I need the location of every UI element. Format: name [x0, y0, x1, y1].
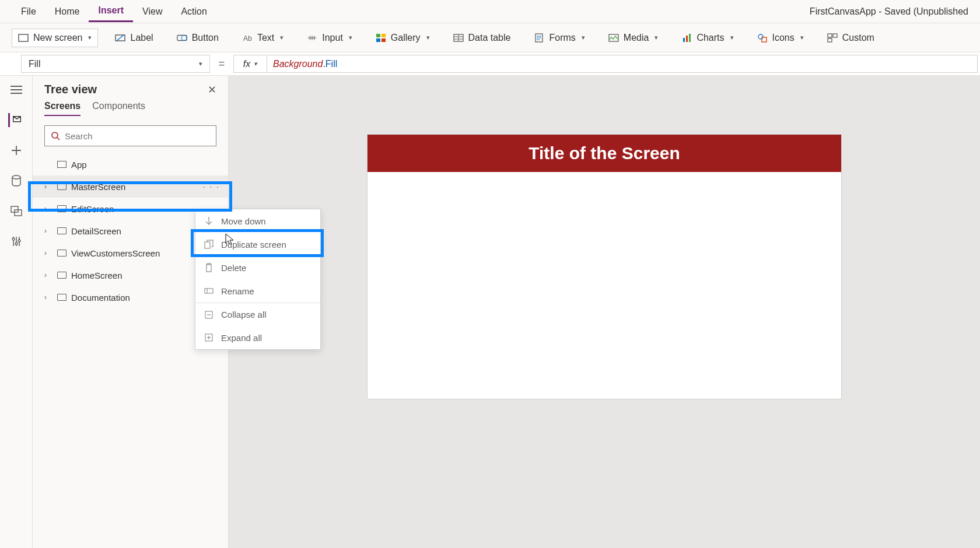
menu-insert[interactable]: Insert [89, 1, 133, 22]
svg-point-15 [758, 34, 763, 39]
menu-action[interactable]: Action [172, 2, 216, 22]
tree-item-app[interactable]: App [33, 153, 228, 175]
gallery-button[interactable]: Gallery ▾ [369, 29, 436, 47]
insert-icon[interactable] [9, 143, 23, 157]
charts-button[interactable]: Charts ▾ [675, 29, 740, 47]
svg-rect-12 [683, 38, 685, 42]
data-table-text: Data table [468, 33, 511, 43]
custom-button[interactable]: Custom [821, 29, 881, 47]
svg-point-20 [12, 175, 20, 179]
tab-screens[interactable]: Screens [44, 101, 80, 116]
app-title: FirstCanvasApp - Saved (Unpublished [810, 6, 968, 17]
svg-rect-5 [376, 34, 380, 37]
ctx-expand-all[interactable]: Expand all [195, 326, 320, 349]
chevron-down-icon: ▾ [254, 60, 257, 68]
menu-file[interactable]: File [12, 2, 46, 22]
screen-icon [57, 272, 66, 279]
forms-text: Forms [549, 33, 575, 43]
ctx-collapse-all[interactable]: Collapse all [195, 303, 320, 326]
ctx-delete[interactable]: Delete [195, 256, 320, 279]
svg-rect-0 [19, 34, 28, 41]
svg-rect-13 [686, 36, 688, 42]
icons-button[interactable]: Icons ▾ [751, 29, 810, 47]
chevron-right-icon[interactable]: › [44, 227, 52, 235]
forms-button[interactable]: Forms ▾ [527, 29, 591, 47]
label-icon [115, 33, 125, 43]
property-selector[interactable]: Fill ▾ [21, 55, 210, 73]
chevron-right-icon[interactable]: › [44, 205, 52, 213]
formula-input[interactable]: Background.Fill [267, 55, 978, 73]
ctx-duplicate-screen[interactable]: Duplicate screen [195, 233, 320, 256]
svg-text:Ab: Ab [243, 34, 252, 42]
svg-rect-19 [828, 38, 832, 42]
input-text: Input [322, 33, 343, 43]
svg-rect-6 [382, 34, 386, 37]
ctx-move-down[interactable]: Move down [195, 209, 320, 233]
chevron-right-icon[interactable]: › [44, 293, 52, 301]
button-button[interactable]: Button [170, 29, 225, 47]
svg-rect-8 [382, 38, 386, 42]
chevron-down-icon: ▾ [730, 34, 734, 41]
chevron-down-icon: ▾ [280, 34, 284, 41]
tab-components[interactable]: Components [92, 101, 145, 116]
more-options-button[interactable]: · · · [203, 182, 220, 191]
svg-point-25 [18, 240, 20, 242]
chevron-right-icon[interactable]: › [44, 271, 52, 279]
expand-icon [204, 332, 214, 343]
svg-rect-28 [205, 289, 213, 293]
forms-icon [534, 33, 544, 43]
media-button[interactable]: Media ▾ [602, 29, 665, 47]
data-icon[interactable] [9, 174, 23, 188]
fx-button[interactable]: fx ▾ [233, 55, 267, 73]
button-text: Button [192, 33, 219, 43]
close-icon[interactable]: ✕ [208, 83, 216, 96]
charts-text: Charts [696, 33, 724, 43]
input-icon [307, 33, 317, 43]
media-text: Media [624, 33, 649, 43]
canvas-screen[interactable]: Title of the Screen [367, 134, 842, 399]
chevron-down-icon: ▾ [582, 34, 585, 41]
tree-view-icon[interactable] [8, 113, 22, 127]
canvas-title-text: Title of the Screen [528, 143, 680, 163]
rename-icon [204, 286, 214, 296]
label-text: Label [130, 33, 153, 43]
ctx-label: Rename [221, 286, 254, 296]
data-table-button[interactable]: Data table [447, 29, 517, 47]
button-icon [177, 33, 187, 43]
media-rail-icon[interactable] [9, 204, 23, 218]
menu-home[interactable]: Home [46, 2, 89, 22]
input-button[interactable]: Input ▾ [300, 29, 359, 47]
charts-icon [681, 33, 692, 43]
formula-token-prop: Fill [326, 59, 337, 69]
tree-item-label: App [71, 160, 87, 170]
ctx-label: Delete [221, 263, 246, 273]
ctx-label: Duplicate screen [221, 240, 286, 250]
menu-view[interactable]: View [133, 2, 172, 22]
text-button[interactable]: Ab Text ▾ [236, 29, 290, 47]
advanced-tools-icon[interactable] [9, 234, 23, 248]
svg-rect-14 [689, 34, 691, 42]
svg-rect-7 [376, 38, 380, 42]
screen-icon [57, 250, 66, 257]
ctx-rename[interactable]: Rename [195, 279, 320, 303]
context-menu: Move down Duplicate screen Delete Rename… [195, 209, 321, 350]
svg-point-24 [15, 243, 18, 245]
ribbon-toolbar: New screen ▾ Label Button Ab Text ▾ Inpu… [0, 23, 980, 52]
chevron-down-icon: ▾ [88, 34, 92, 41]
search-box[interactable] [44, 125, 216, 146]
tree-item-masterscreen[interactable]: › MasterScreen · · · [33, 175, 228, 198]
chevron-right-icon[interactable]: › [44, 249, 52, 257]
label-button[interactable]: Label [108, 29, 159, 47]
screen-icon [18, 33, 29, 43]
hamburger-icon[interactable] [9, 83, 23, 97]
tree-item-label: DetailScreen [71, 226, 121, 236]
tree-item-label: EditScreen [71, 204, 114, 214]
copy-icon [204, 239, 214, 250]
fx-label: fx [243, 59, 250, 69]
new-screen-button[interactable]: New screen ▾ [12, 29, 98, 47]
chevron-right-icon[interactable]: › [44, 182, 52, 191]
chevron-down-icon: ▾ [199, 60, 202, 68]
canvas-header[interactable]: Title of the Screen [368, 135, 841, 172]
ctx-label: Move down [221, 216, 266, 226]
search-input[interactable] [65, 131, 210, 141]
